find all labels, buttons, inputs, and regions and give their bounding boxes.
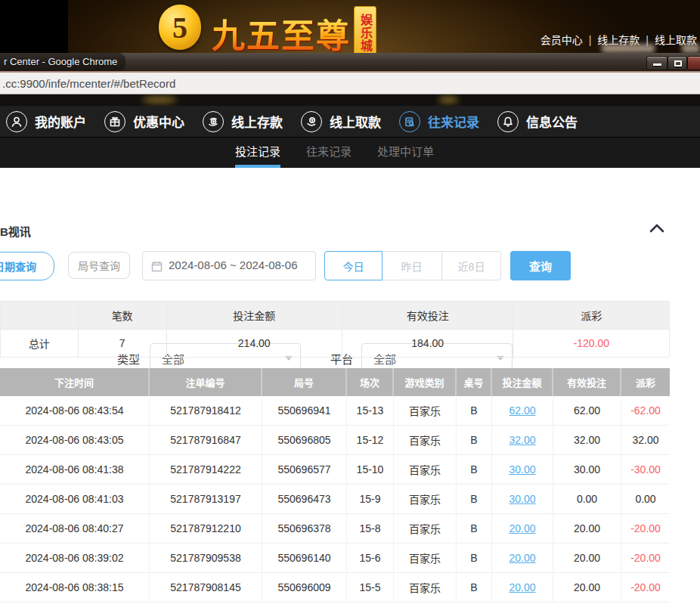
member-navbar: 我的账户 优惠中心 线上存款 线上取款 往来记录 信息公告 bbox=[0, 106, 700, 138]
bet-amount-link[interactable]: 30.00 bbox=[509, 493, 535, 505]
blurred-account-info bbox=[602, 44, 655, 53]
gift-icon bbox=[104, 111, 125, 132]
cell-round-no: 550696378 bbox=[262, 514, 347, 543]
cell-round-no: 550696941 bbox=[262, 396, 347, 425]
cell-valid-bet: 0.00 bbox=[553, 485, 621, 513]
cell-session: 15-8 bbox=[347, 514, 394, 543]
bet-amount-link[interactable]: 32.00 bbox=[509, 434, 535, 446]
nav-promo-center[interactable]: 优惠中心 bbox=[104, 111, 184, 132]
cell-game-type: 百家乐 bbox=[394, 426, 457, 454]
nav-online-deposit[interactable]: 线上存款 bbox=[203, 111, 283, 132]
last-8-days-button[interactable]: 近8日 bbox=[441, 251, 501, 280]
minimize-button[interactable] bbox=[646, 56, 667, 70]
cell-order-no: 521787916847 bbox=[150, 426, 262, 454]
date-range-value: 2024-08-06 ~ 2024-08-06 bbox=[169, 259, 298, 271]
bell-icon bbox=[497, 111, 519, 132]
header-game-type: 游戏类别 bbox=[394, 368, 457, 396]
logo-coin-icon: 5 bbox=[159, 5, 201, 50]
cell-order-no: 521787918412 bbox=[150, 396, 262, 425]
site-logo-badge: 娱乐城 bbox=[354, 6, 376, 59]
cell-game-type: 百家乐 bbox=[394, 455, 457, 484]
table-row: 2024-08-06 08:40:27521787912210550696378… bbox=[0, 514, 670, 544]
page-top-strip bbox=[0, 94, 700, 106]
tab-bet-records[interactable]: 投注记录 bbox=[235, 138, 280, 168]
bet-amount-link[interactable]: 20.00 bbox=[509, 522, 535, 534]
summary-payout-value: -120.00 bbox=[513, 329, 669, 357]
tab-pending-orders[interactable]: 处理中订单 bbox=[377, 138, 434, 168]
cell-game-type: 百家乐 bbox=[394, 396, 457, 425]
summary-bet-amount-value: 214.00 bbox=[167, 329, 342, 357]
bet-amount-link[interactable]: 62.00 bbox=[509, 404, 535, 417]
maximize-button[interactable] bbox=[667, 56, 687, 70]
nav-label: 信息公告 bbox=[526, 112, 578, 131]
bet-amount-link[interactable]: 20.00 bbox=[509, 581, 535, 593]
nav-label: 线上取款 bbox=[330, 112, 381, 131]
cell-payout: -20.00 bbox=[621, 544, 670, 572]
cell-payout: 0.00 bbox=[621, 485, 670, 513]
record-tabs: 投注记录 往来记录 处理中订单 bbox=[0, 138, 700, 168]
cell-round-no: 550696473 bbox=[262, 485, 347, 513]
bet-amount-link[interactable]: 20.00 bbox=[509, 552, 535, 564]
bet-table-body: 2024-08-06 08:43:54521787918412550696941… bbox=[0, 396, 670, 602]
summary-total-row: 总计 7 214.00 184.00 -120.00 bbox=[1, 329, 669, 357]
summary-table: 笔数 投注金额 有效投注 派彩 总计 7 214.00 184.00 -120.… bbox=[0, 301, 670, 358]
header-table-no: 桌号 bbox=[457, 368, 492, 396]
summary-valid-bet-value: 184.00 bbox=[342, 329, 513, 357]
cell-session: 15-13 bbox=[347, 396, 394, 425]
summary-total-label: 总计 bbox=[1, 329, 79, 357]
table-row: 2024-08-06 08:38:15521787908145550696009… bbox=[0, 573, 670, 602]
table-row: 2024-08-06 08:41:03521787913197550696473… bbox=[0, 485, 670, 514]
close-button[interactable] bbox=[687, 56, 700, 70]
search-button[interactable]: 查询 bbox=[510, 251, 571, 280]
cell-bet-amount: 30.00 bbox=[492, 485, 553, 513]
withdraw-icon bbox=[301, 111, 322, 132]
cell-session: 15-6 bbox=[347, 544, 394, 572]
cell-time: 2024-08-06 08:39:02 bbox=[0, 544, 150, 572]
summary-header-bet-amount: 投注金额 bbox=[167, 301, 342, 329]
cell-time: 2024-08-06 08:41:38 bbox=[0, 455, 150, 484]
summary-header-payout: 派彩 bbox=[513, 301, 669, 329]
summary-header-count: 笔数 bbox=[79, 301, 167, 329]
cell-bet-amount: 20.00 bbox=[492, 514, 553, 543]
summary-header-blank bbox=[1, 301, 79, 329]
cell-valid-bet: 20.00 bbox=[553, 544, 621, 572]
tab-transaction-records[interactable]: 往来记录 bbox=[306, 138, 352, 168]
cell-round-no: 550696577 bbox=[262, 455, 347, 484]
nav-transaction-records[interactable]: 往来记录 bbox=[399, 111, 479, 132]
cell-table-no: B bbox=[457, 544, 492, 572]
summary-header-valid-bet: 有效投注 bbox=[342, 301, 513, 329]
window-titlebar[interactable]: r Center - Google Chrome bbox=[0, 53, 700, 73]
nav-my-account[interactable]: 我的账户 bbox=[6, 111, 86, 132]
header-session: 场次 bbox=[347, 368, 394, 396]
cell-bet-amount: 20.00 bbox=[492, 544, 553, 572]
cell-game-type: 百家乐 bbox=[394, 573, 457, 602]
date-query-button[interactable]: 日期查询 bbox=[0, 252, 54, 280]
cell-bet-amount: 30.00 bbox=[492, 455, 553, 484]
section-title: B视讯 bbox=[0, 223, 31, 239]
address-bar[interactable]: .cc:9900/infe/mcenter/#/betRecord bbox=[0, 73, 700, 94]
cell-order-no: 521787914222 bbox=[150, 455, 262, 484]
yesterday-button[interactable]: 昨日 bbox=[382, 251, 442, 280]
table-header-row: 下注时间 注单编号 局号 场次 游戏类别 桌号 投注金额 有效投注 派彩 bbox=[0, 368, 670, 396]
today-button[interactable]: 今日 bbox=[324, 251, 383, 280]
cell-table-no: B bbox=[457, 426, 492, 454]
date-range-input[interactable]: 2024-08-06 ~ 2024-08-06 bbox=[142, 251, 316, 280]
header-order-no: 注单编号 bbox=[150, 368, 262, 396]
cell-time: 2024-08-06 08:38:15 bbox=[0, 573, 150, 602]
nav-label: 优惠中心 bbox=[133, 112, 184, 131]
bet-records-table: 下注时间 注单编号 局号 场次 游戏类别 桌号 投注金额 有效投注 派彩 202… bbox=[0, 368, 670, 602]
records-icon bbox=[399, 111, 420, 132]
collapse-section-button[interactable] bbox=[649, 222, 665, 236]
cell-session: 15-5 bbox=[347, 573, 394, 602]
maximize-icon bbox=[674, 60, 682, 67]
artifact bbox=[438, 96, 458, 104]
cell-table-no: B bbox=[457, 396, 492, 425]
cell-time: 2024-08-06 08:43:05 bbox=[0, 426, 150, 454]
round-query-button[interactable]: 局号查询 bbox=[68, 252, 130, 279]
cell-order-no: 521787913197 bbox=[150, 485, 262, 513]
nav-online-withdraw[interactable]: 线上取款 bbox=[301, 111, 381, 132]
nav-announcements[interactable]: 信息公告 bbox=[497, 111, 578, 132]
nav-label: 线上存款 bbox=[231, 112, 283, 131]
bet-amount-link[interactable]: 30.00 bbox=[509, 463, 535, 475]
divider: | bbox=[589, 34, 592, 46]
